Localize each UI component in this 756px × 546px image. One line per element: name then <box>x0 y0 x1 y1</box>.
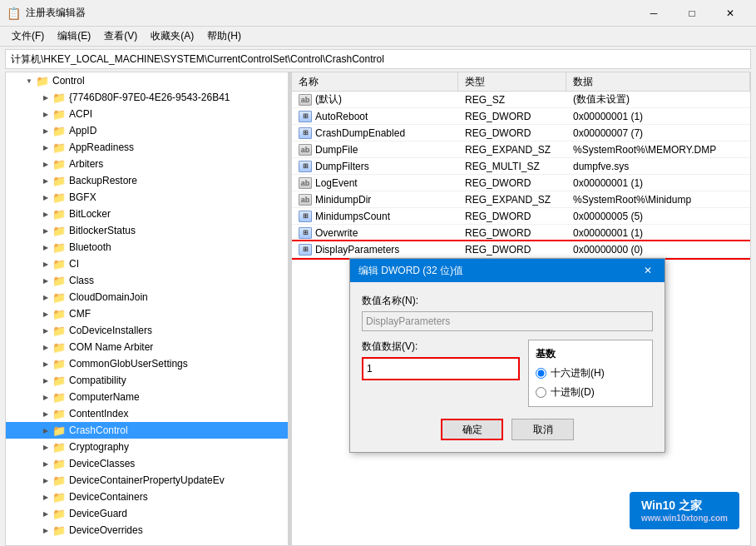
tree-item-ci[interactable]: ▶📁CI <box>6 256 288 272</box>
tree-item-backuprestore[interactable]: ▶📁BackupRestore <box>6 172 288 189</box>
tree-item-bluetooth[interactable]: ▶📁Bluetooth <box>6 239 288 256</box>
expand-icon[interactable]: ▶ <box>39 374 52 387</box>
list-row[interactable]: ⊞AutoRebootREG_DWORD0x00000001 (1) <box>292 108 750 125</box>
tree-item-commonglobusersettings[interactable]: ▶📁CommonGlobUserSettings <box>6 355 288 372</box>
tree-item-bitlocker[interactable]: ▶📁BitLocker <box>6 206 288 222</box>
expand-icon[interactable]: ▶ <box>39 357 52 370</box>
expand-icon[interactable]: ▶ <box>39 141 52 154</box>
expand-icon[interactable]: ▶ <box>39 191 52 204</box>
expand-icon[interactable]: ▶ <box>39 524 52 537</box>
expand-icon[interactable]: ▶ <box>39 340 52 354</box>
tree-item-label: {7746D80F-97E0-4E26-9543-26B41 <box>69 92 230 103</box>
tree-item-devicecontainers[interactable]: ▶📁DeviceContainers <box>6 489 288 505</box>
expand-icon[interactable]: ▶ <box>39 307 52 320</box>
expand-icon[interactable]: ▶ <box>39 490 52 504</box>
folder-icon: 📁 <box>52 358 66 370</box>
ok-button[interactable]: 确定 <box>441 419 503 440</box>
tree-item-label: DeviceClasses <box>69 458 135 469</box>
list-row[interactable]: abMinidumpDirREG_EXPAND_SZ%SystemRoot%\M… <box>292 191 750 208</box>
expand-icon[interactable]: ▶ <box>39 457 52 470</box>
tree-item-cmf[interactable]: ▶📁CMF <box>6 305 288 322</box>
ab-icon: ab <box>299 194 312 206</box>
ab-icon: ab <box>299 177 312 189</box>
list-row[interactable]: ⊞CrashDumpEnabledREG_DWORD0x00000007 (7) <box>292 125 750 141</box>
col-header-type[interactable]: 类型 <box>458 72 566 91</box>
tree-item-appreadiness[interactable]: ▶📁AppReadiness <box>6 139 288 156</box>
tree-item-acpi[interactable]: ▶📁ACPI <box>6 106 288 122</box>
list-cell-type: REG_DWORD <box>458 210 566 223</box>
col-header-data[interactable]: 数据 <box>566 72 750 91</box>
tree-item-comnamearbiter[interactable]: ▶📁COM Name Arbiter <box>6 339 288 355</box>
expand-icon[interactable]: ▶ <box>39 257 52 271</box>
tree-item-codeviceinstallers[interactable]: ▶📁CoDeviceInstallers <box>6 322 288 339</box>
field-name-input[interactable] <box>362 311 653 331</box>
tree-item-deviceoverrides[interactable]: ▶📁DeviceOverrides <box>6 522 288 539</box>
tree-item-bitlockerstatus[interactable]: ▶📁BitlockerStatus <box>6 222 288 239</box>
folder-icon: 📁 <box>52 225 66 237</box>
expand-icon[interactable]: ▼ <box>22 74 36 87</box>
tree-item-guid[interactable]: ▶📁{7746D80F-97E0-4E26-9543-26B41 <box>6 89 288 106</box>
modal-close-button[interactable]: ✕ <box>640 263 656 278</box>
modal-col-right: 基数 十六进制(H) 十进制(D) <box>528 340 653 407</box>
tree-item-deviceclasses[interactable]: ▶📁DeviceClasses <box>6 455 288 472</box>
tree-item-bgfx[interactable]: ▶📁BGFX <box>6 189 288 206</box>
expand-icon[interactable]: ▶ <box>39 440 52 454</box>
list-row[interactable]: ⊞MinidumpsCountREG_DWORD0x00000005 (5) <box>292 208 750 225</box>
list-cell-name: abMinidumpDir <box>292 193 458 206</box>
expand-icon[interactable]: ▶ <box>39 124 52 137</box>
tree-item-devicecontainer[interactable]: ▶📁DeviceContainerPropertyUpdateEv <box>6 472 288 489</box>
tree-item-crashcontrol[interactable]: ▶📁CrashControl <box>6 422 288 439</box>
col-header-name[interactable]: 名称 <box>292 72 458 91</box>
expand-icon[interactable]: ▶ <box>39 407 52 420</box>
expand-icon[interactable]: ▶ <box>39 91 52 104</box>
tree-item-contentindex[interactable]: ▶📁ContentIndex <box>6 405 288 422</box>
list-row[interactable]: ⊞DumpFiltersREG_MULTI_SZdumpfve.sys <box>292 158 750 175</box>
list-row[interactable]: ab(默认)REG_SZ(数值未设置) <box>292 92 750 108</box>
expand-icon[interactable]: ▶ <box>39 290 52 304</box>
expand-icon[interactable]: ▶ <box>39 474 52 487</box>
menu-bar: 文件(F) 编辑(E) 查看(V) 收藏夹(A) 帮助(H) <box>0 27 756 47</box>
field-data-input[interactable] <box>362 357 520 380</box>
tree-item-compatibility[interactable]: ▶📁Compatibility <box>6 372 288 389</box>
tree-item-computername[interactable]: ▶📁ComputerName <box>6 389 288 405</box>
tree-item-appid[interactable]: ▶📁AppID <box>6 122 288 139</box>
menu-edit[interactable]: 编辑(E) <box>51 27 97 45</box>
expand-icon[interactable]: ▶ <box>39 324 52 337</box>
list-row[interactable]: abDumpFileREG_EXPAND_SZ%SystemRoot%\MEMO… <box>292 141 750 158</box>
radio-hex-input[interactable] <box>536 368 546 379</box>
list-row[interactable]: ⊞DisplayParametersREG_DWORD0x00000000 (0… <box>292 241 750 258</box>
tree-item-label: CrashControl <box>69 424 128 436</box>
menu-favorites[interactable]: 收藏夹(A) <box>144 27 200 45</box>
expand-icon[interactable]: ▶ <box>39 507 52 520</box>
expand-icon[interactable]: ▶ <box>39 107 52 121</box>
folder-icon: 📁 <box>52 191 66 204</box>
list-row[interactable]: abLogEventREG_DWORD0x00000001 (1) <box>292 175 750 191</box>
tree-item-label: ComputerName <box>69 391 140 403</box>
radio-decimal-input[interactable] <box>536 387 546 398</box>
tree-item-deviceguard[interactable]: ▶📁DeviceGuard <box>6 505 288 522</box>
tree-item-arbiters[interactable]: ▶📁Arbiters <box>6 156 288 172</box>
expand-icon[interactable]: ▶ <box>39 424 52 437</box>
maximize-button[interactable]: □ <box>673 5 711 22</box>
menu-help[interactable]: 帮助(H) <box>200 27 248 45</box>
expand-icon[interactable]: ▶ <box>39 274 52 287</box>
minimize-button[interactable]: ─ <box>635 5 673 22</box>
radio-decimal-label[interactable]: 十进制(D) <box>536 385 645 400</box>
expand-icon[interactable]: ▶ <box>39 207 52 221</box>
list-row[interactable]: ⊞OverwriteREG_DWORD0x00000001 (1) <box>292 225 750 241</box>
tree-item-class[interactable]: ▶📁Class <box>6 272 288 289</box>
expand-icon[interactable]: ▶ <box>39 241 52 254</box>
close-button[interactable]: ✕ <box>711 5 749 22</box>
tree-item-cryptography[interactable]: ▶📁Cryptography <box>6 439 288 455</box>
radio-hex-label[interactable]: 十六进制(H) <box>536 366 645 380</box>
folder-icon: 📁 <box>52 308 66 320</box>
menu-file[interactable]: 文件(F) <box>5 27 51 45</box>
expand-icon[interactable]: ▶ <box>39 174 52 187</box>
tree-item-clouddomainjoin[interactable]: ▶📁CloudDomainJoin <box>6 289 288 305</box>
expand-icon[interactable]: ▶ <box>39 390 52 404</box>
menu-view[interactable]: 查看(V) <box>97 27 144 45</box>
expand-icon[interactable]: ▶ <box>39 157 52 171</box>
tree-item-control[interactable]: ▼📁Control <box>6 72 288 89</box>
cancel-button[interactable]: 取消 <box>511 419 574 440</box>
expand-icon[interactable]: ▶ <box>39 224 52 237</box>
